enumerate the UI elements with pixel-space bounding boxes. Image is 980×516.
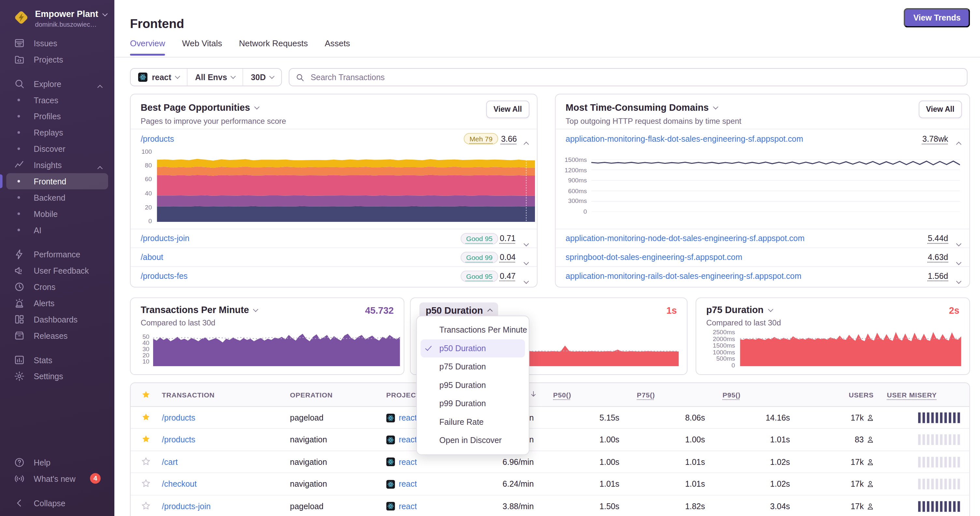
project-cell[interactable]: react [387,502,417,511]
domain-link[interactable]: application-monitoring-rails-dot-sales-e… [566,271,802,281]
table-row[interactable]: /products-joinpageloadreact3.88/min1.50s… [130,495,969,516]
page-link[interactable]: /products [141,134,174,144]
expand-row-icon[interactable] [525,256,528,267]
search-transactions-input[interactable] [310,72,961,83]
table-row[interactable]: /productsnavigationreactin1.00s1.00s1.01… [130,429,969,451]
bpo-view-all-button[interactable]: View All [486,101,530,118]
expand-row-icon[interactable] [957,256,961,267]
sidebar-item-stats[interactable]: Stats [6,352,108,368]
expand-row-icon[interactable] [525,274,528,286]
sort-descending-icon[interactable] [530,390,538,398]
environment-filter[interactable]: All Envs [187,69,243,86]
tab-overview[interactable]: Overview [130,39,165,56]
sidebar-item-alerts[interactable]: Alerts [6,295,108,311]
sidebar-item-dashboards[interactable]: Dashboards [6,311,108,327]
domains-view-all-button[interactable]: View All [918,101,962,118]
sidebar-item-crons[interactable]: Crons [6,279,108,295]
sidebar-item-user-feedback[interactable]: User Feedback [6,262,108,279]
sidebar-item-what-s-new[interactable]: What's new4 [6,471,108,487]
sidebar-item-releases[interactable]: Releases [6,327,108,344]
project-cell[interactable]: react [387,479,417,489]
sidebar-item-traces[interactable]: Traces [6,92,108,108]
starred-icon[interactable] [142,413,151,422]
expand-row-icon[interactable] [957,274,961,286]
transaction-link[interactable]: /products [162,435,196,445]
sidebar-item-help[interactable]: Help [6,454,108,471]
tpm-panel-title[interactable]: Transactions Per Minute [141,304,258,315]
sidebar-item-projects[interactable]: Projects [6,51,108,67]
sidebar-item-frontend[interactable]: Frontend [6,173,108,189]
sidebar-item-issues[interactable]: Issues [6,35,108,51]
dropdown-item-p75-duration[interactable]: p75 Duration [421,357,525,376]
project-cell[interactable]: react [387,457,417,467]
view-trends-button[interactable]: View Trends [904,8,970,27]
score-badge[interactable]: Good 95 [460,233,498,244]
column-header-users[interactable]: USERS [849,391,874,399]
dropdown-item-open-in-discover[interactable]: Open in Discover [421,431,525,450]
date-range-filter[interactable]: 30D [243,69,282,86]
sidebar-item-backend[interactable]: Backend [6,189,108,206]
tab-assets[interactable]: Assets [325,39,350,56]
unstarred-icon[interactable] [142,479,151,488]
score-badge[interactable]: Good 99 [460,251,498,262]
collapse-row-icon[interactable] [957,138,961,149]
dropdown-item-p99-duration[interactable]: p99 Duration [421,394,525,413]
opportunity-score[interactable]: 3.66 [501,134,517,144]
sidebar-item-insights[interactable]: Insights [6,157,108,173]
domain-link[interactable]: application-monitoring-flask-dot-sales-e… [566,134,803,144]
sidebar-item-replays[interactable]: Replays [6,124,108,141]
domains-panel-title[interactable]: Most Time-Consuming Domains [566,102,718,113]
tab-web-vitals[interactable]: Web Vitals [182,39,222,56]
column-header-user-misery[interactable]: USER MISERY [887,391,937,399]
opportunity-score[interactable]: 0.47 [500,271,516,281]
time-spent-value[interactable]: 3.78wk [922,134,948,144]
score-badge[interactable]: Meh 79 [464,133,498,144]
sidebar-item-discover[interactable]: Discover [6,141,108,157]
dropdown-item-transactions-per-minute[interactable]: Transactions Per Minute [421,321,525,339]
page-link[interactable]: /about [141,252,163,262]
dropdown-item-p95-duration[interactable]: p95 Duration [421,376,525,394]
domain-link[interactable]: springboot-dot-sales-engineering-sf.apps… [566,252,742,262]
unstarred-icon[interactable] [142,501,151,510]
time-spent-value[interactable]: 5.44d [928,233,948,243]
column-header-project[interactable]: PROJECT [387,391,421,399]
p75-panel-title[interactable]: p75 Duration [706,304,772,315]
domain-link[interactable]: application-monitoring-node-dot-sales-en… [566,233,804,243]
tab-network-requests[interactable]: Network Requests [239,39,308,56]
sidebar-item-profiles[interactable]: Profiles [6,108,108,124]
table-row[interactable]: /cartnavigationreact6.96/min1.00s1.01s1.… [130,451,969,473]
expand-row-icon[interactable] [525,237,528,248]
search-transactions-box[interactable] [289,68,967,86]
column-header-transaction[interactable]: TRANSACTION [162,391,215,399]
column-header-operation[interactable]: OPERATION [290,391,332,399]
expand-row-icon[interactable] [957,237,961,248]
transaction-link[interactable]: /cart [162,457,178,467]
unstarred-icon[interactable] [142,457,151,466]
opportunity-score[interactable]: 0.04 [500,252,516,262]
transaction-link[interactable]: /checkout [162,479,197,489]
bpo-panel-title[interactable]: Best Page Opportunities [141,102,259,113]
project-cell[interactable]: react [387,435,417,445]
table-row[interactable]: /productspageloadreactin5.15s8.06s14.16s… [130,407,969,429]
favorite-star-icon[interactable] [142,390,151,399]
table-row[interactable]: /checkoutnavigationreact6.24/min1.01s1.0… [130,473,969,495]
time-spent-value[interactable]: 1.56d [928,271,948,281]
dropdown-item-p50-duration[interactable]: p50 Duration [421,339,525,358]
page-link[interactable]: /products-join [141,233,189,243]
org-switcher[interactable]: Empower Plant dominik.buszowiec… [0,0,115,35]
sidebar-item-performance[interactable]: Performance [6,246,108,262]
sidebar-item-explore[interactable]: Explore [6,76,108,92]
transaction-link[interactable]: /products-join [162,502,211,511]
page-link[interactable]: /products-fes [141,271,188,281]
column-header-p50-[interactable]: P50() [553,391,571,399]
score-badge[interactable]: Good 95 [460,270,498,281]
sidebar-item-settings[interactable]: Settings [6,368,108,384]
column-header-p75-[interactable]: P75() [637,391,655,399]
opportunity-score[interactable]: 0.71 [500,233,516,243]
column-header-p95-[interactable]: P95() [722,391,741,399]
project-filter[interactable]: react [130,69,187,86]
dropdown-item-failure-rate[interactable]: Failure Rate [421,413,525,431]
sidebar-item-collapse[interactable]: Collapse [6,495,108,511]
project-cell[interactable]: react [387,413,417,422]
time-spent-value[interactable]: 4.63d [928,252,948,262]
